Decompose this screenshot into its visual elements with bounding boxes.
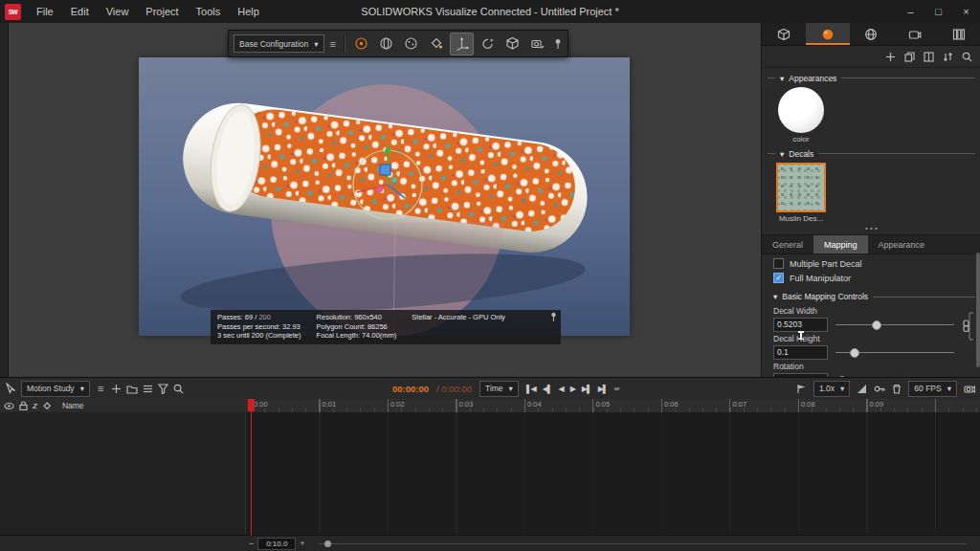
decal-width-label: Decal Width (773, 306, 980, 317)
delete-keys-icon[interactable] (892, 384, 902, 394)
decal-width-input[interactable]: 0.5203 (773, 318, 828, 332)
layout-toggle-button[interactable] (924, 52, 934, 62)
render-canvas[interactable] (139, 57, 630, 336)
tab-general[interactable]: General (762, 235, 813, 253)
play-button[interactable]: ▶ (570, 385, 575, 393)
menu-edit[interactable]: Edit (62, 0, 98, 23)
go-to-start-button[interactable]: ▌◀ (526, 385, 536, 393)
basic-mapping-controls-header[interactable]: ▾ Basic Mapping Controls (762, 289, 980, 304)
zoom-in-button[interactable]: + (296, 539, 308, 548)
panel-scrollbar[interactable] (976, 253, 980, 367)
tab-appearance[interactable]: Appearance (868, 235, 936, 253)
visibility-eye-icon[interactable] (4, 402, 14, 410)
passes-per-second: Passes per second: 32.93 (217, 322, 301, 332)
search-icon[interactable] (962, 52, 972, 62)
duplicate-button[interactable] (904, 52, 915, 62)
texture-sphere-icon[interactable] (375, 33, 397, 55)
link-width-height-toggle[interactable] (963, 310, 976, 342)
chevron-down-icon: ▾ (840, 384, 844, 393)
tab-renders[interactable] (937, 23, 980, 45)
select-cursor-icon[interactable] (5, 383, 16, 394)
decal-height-slider[interactable] (835, 346, 954, 359)
decal-width-field: Decal Width 0.5203 (762, 304, 980, 332)
tab-appearances[interactable] (806, 23, 850, 45)
multiple-part-decal-checkbox[interactable]: ✓ (773, 258, 784, 269)
motion-study-selector[interactable]: Motion Study ▾ (21, 381, 90, 397)
move-manipulator-tool-icon[interactable] (450, 33, 474, 55)
playhead[interactable] (251, 399, 252, 536)
total-time-display: / 0:00:00 (436, 384, 472, 394)
appearance-target-icon[interactable] (350, 33, 372, 55)
decal-item[interactable]: Muslin Des... (773, 163, 829, 223)
timeline-tracks[interactable] (0, 412, 980, 536)
import-study-button[interactable] (126, 384, 138, 394)
configuration-selector[interactable]: Base Configuration ▾ (234, 34, 324, 53)
chevron-down-icon: ▾ (80, 384, 84, 393)
render-mode-stat: Stellar - Accurate - GPU Only (412, 313, 505, 341)
multiple-part-decal-option[interactable]: ✓ Multiple Part Decal (762, 254, 980, 269)
timeline-header: Z Name 0:000:010:020:030:040:050:060:070… (0, 399, 980, 413)
menu-file[interactable]: File (28, 0, 62, 23)
maximize-button[interactable]: □ (924, 0, 952, 23)
text-cursor (800, 331, 802, 340)
zoom-out-button[interactable]: − (245, 539, 257, 548)
material-sphere-icon[interactable] (400, 33, 422, 55)
playback-speed-selector[interactable]: 1.0x ▾ (813, 381, 850, 397)
menu-tools[interactable]: Tools (188, 0, 230, 23)
render-tools-icon[interactable] (526, 33, 548, 55)
pin-stats-icon[interactable] (549, 312, 558, 322)
tab-environments[interactable] (850, 23, 894, 45)
minimize-button[interactable]: – (897, 0, 924, 23)
menu-view[interactable]: View (98, 0, 138, 23)
menu-project[interactable]: Project (137, 0, 187, 23)
ramp-icon[interactable] (857, 384, 867, 394)
playhead-handle[interactable] (248, 399, 255, 411)
filter-button[interactable] (158, 384, 168, 394)
auto-key-icon[interactable]: Z (33, 402, 37, 410)
lock-icon[interactable] (19, 401, 28, 410)
camera-key-icon[interactable] (964, 384, 975, 394)
rotate-tool-icon[interactable] (477, 33, 499, 55)
pin-toolbar-icon[interactable] (553, 38, 563, 50)
ruler-label: 0:02 (390, 400, 405, 408)
render-animation-icon[interactable] (796, 384, 807, 394)
search-icon[interactable] (173, 384, 184, 394)
full-manipulator-option[interactable]: ✓ Full Manipulator (762, 269, 980, 283)
list-view-button[interactable] (143, 384, 153, 394)
tab-mapping[interactable]: Mapping (813, 235, 868, 253)
config-menu-icon[interactable]: ≡ (327, 38, 339, 50)
full-manipulator-checkbox[interactable]: ✓ (773, 273, 784, 283)
previous-frame-button[interactable]: ◀▌ (543, 385, 552, 393)
close-button[interactable]: × (952, 0, 980, 23)
loop-playback-button[interactable]: ∞ (614, 385, 619, 393)
decal-height-input[interactable]: 0.1 (773, 345, 828, 360)
tab-models[interactable] (762, 23, 806, 45)
timeline-zoom-slider[interactable] (319, 536, 967, 551)
time-mode-selector[interactable]: Time ▾ (479, 381, 519, 397)
multiple-part-decal-label: Multiple Part Decal (790, 259, 862, 269)
timeline-ruler[interactable]: 0:000:010:020:030:040:050:060:070:080:09 (245, 399, 980, 412)
panel-resize-handle[interactable]: • • • (762, 224, 980, 232)
fps-selector[interactable]: 60 FPS ▾ (908, 381, 957, 397)
appearances-section-header[interactable]: ▾ Appearances (762, 71, 980, 85)
next-frame-button[interactable]: ▶▌ (582, 385, 591, 393)
decal-width-slider[interactable] (835, 319, 954, 331)
menu-help[interactable]: Help (229, 0, 268, 23)
decals-section-header[interactable]: ▾ Decals (762, 146, 980, 161)
track-header: Z Name (0, 401, 245, 410)
tab-cameras[interactable] (893, 23, 937, 45)
add-study-button[interactable] (111, 384, 122, 394)
keyframes-icon[interactable] (42, 401, 52, 410)
appearance-item[interactable]: color (773, 87, 829, 143)
paint-bucket-icon[interactable] (425, 33, 447, 55)
scale-box-tool-icon[interactable] (501, 33, 523, 55)
go-to-end-button[interactable]: ▶▌ (598, 385, 608, 393)
decal-thumbnail[interactable] (776, 163, 826, 212)
sort-button[interactable] (943, 52, 953, 62)
duration-input[interactable]: 0:10.0 (257, 538, 296, 550)
key-icon[interactable] (874, 384, 885, 394)
play-reverse-button[interactable]: ◀ (559, 385, 564, 393)
add-appearance-button[interactable] (885, 52, 896, 62)
appearance-thumbnail[interactable] (778, 87, 824, 133)
study-menu-icon[interactable]: ≡ (95, 383, 106, 394)
